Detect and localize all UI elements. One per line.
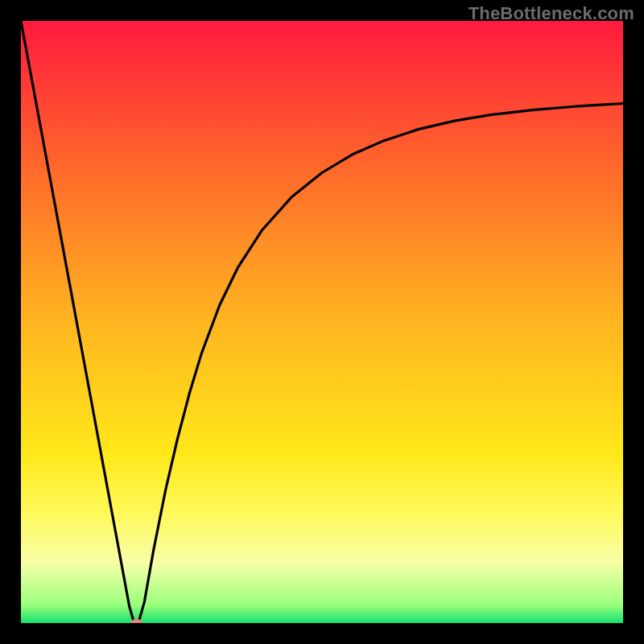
plot-area [21,21,623,623]
watermark-text: TheBottleneck.com [469,3,634,24]
chart-container: { "watermark": "TheBottleneck.com", "cha… [0,0,644,644]
